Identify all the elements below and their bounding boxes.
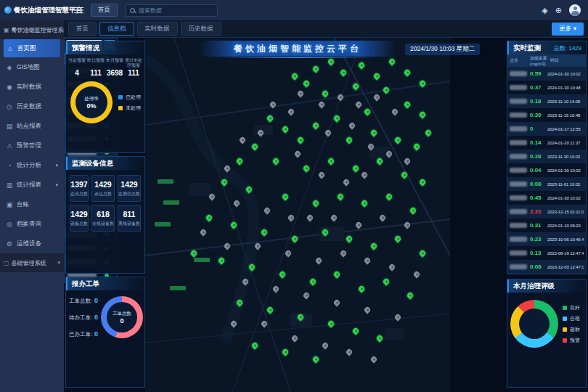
archive-icon: ◎ — [6, 221, 13, 228]
realtime-row[interactable]: 0.132022-08-19 12:47:43 — [507, 246, 586, 260]
company-name-blurred — [510, 71, 527, 76]
concentration-value: 0.04 — [530, 167, 546, 173]
realtime-row[interactable]: 0.182023-11-10 14:05 — [507, 94, 586, 108]
badge-icon[interactable]: ◈ — [542, 6, 547, 15]
stat-value: 811 — [118, 210, 140, 219]
tab-home[interactable]: 首页 — [68, 22, 97, 36]
sidebar-item-label: 档案查询 — [17, 220, 41, 229]
sidebar-item-ledger[interactable]: ▣台账 — [0, 195, 64, 214]
donut-center-label: 处理率 — [84, 96, 99, 102]
stat-label: 本月预警 — [105, 58, 124, 68]
sidebar-item-label: 运维设备 — [17, 240, 41, 248]
stat-label: 点位总数 — [92, 191, 114, 197]
concentration-value: 0.18 — [530, 98, 546, 105]
workorder-stat: 待办工单:0 — [69, 314, 98, 322]
legend-swatch — [118, 95, 123, 99]
reading-time: 2023-11-30 10:02 — [547, 155, 584, 159]
stat-value: 1397 — [70, 180, 88, 189]
topbar-tab-home[interactable]: 首页 — [91, 4, 118, 17]
sidebar-item-archive-query[interactable]: ◎档案查询 — [0, 214, 64, 234]
realtime-row[interactable]: 0.372024-01-30 10:48 — [507, 81, 586, 94]
map-canvas[interactable]: 餐饮油烟智能监控云平台 — [145, 38, 450, 392]
globe-icon[interactable]: ⊕ — [555, 6, 562, 15]
legend-swatch — [118, 106, 123, 110]
sidebar-item-gis-map[interactable]: ◈GIS地图 — [0, 57, 64, 77]
reading-time: 2024-01-30 10:02 — [547, 196, 584, 200]
stat-label: 昨日预警 — [86, 58, 105, 68]
map-label-blurred — [194, 258, 210, 262]
realtime-row[interactable]: 02024-01-17 12:55 — [507, 122, 586, 136]
sidebar-item-statistics-analysis[interactable]: ◔统计分析▾ — [0, 155, 64, 175]
app-root: 餐饮油烟管理智慧平台 首页 搜索数据 ◈ ⊕ ▣ 餐饮油烟监控管理系统 ▴ ⌂首… — [0, 0, 588, 392]
realtime-row[interactable]: 0.452024-01-30 10:02 — [507, 191, 586, 205]
stat-label: 离线设备数 — [118, 221, 140, 227]
reading-time: 2024-01-10 09:20 — [547, 224, 584, 228]
concentration-value: 0.08 — [530, 181, 546, 187]
device-stat: 1397企业总数 — [70, 175, 89, 202]
rating-panel-title: 本月治理评级 — [507, 279, 586, 293]
topbar-search[interactable]: 搜索数据 — [125, 4, 218, 17]
sidebar-item-maintenance-device[interactable]: ⚙运维设备 — [0, 234, 64, 253]
topbar-actions: ◈ ⊕ — [542, 4, 588, 16]
realtime-row[interactable]: 0.312024-01-10 09:20 — [507, 219, 586, 232]
realtime-monitor-panel: 实时监测 总数: 1429 企业 油烟浓度 (mg/m3) 时间 0.59202… — [507, 41, 587, 274]
sidebar-group-monitor-system[interactable]: ▣ 餐饮油烟监控管理系统 ▴ — [0, 20, 64, 39]
company-name-blurred — [510, 113, 527, 118]
realtime-row[interactable]: 2.222023-12-15 01:11:00 — [507, 205, 586, 219]
chevron-down-icon: ▾ — [55, 163, 58, 168]
menu-toggle-icon[interactable] — [74, 7, 83, 14]
stat-value: 0 — [94, 314, 98, 321]
legend-label: 未处理 — [126, 105, 141, 112]
stat-label: 当前预警 — [68, 58, 86, 68]
realtime-row[interactable]: 0.392023-11-15 10:48 — [507, 108, 586, 122]
legend-item: 预警 — [563, 337, 580, 344]
realtime-row[interactable]: 0.282023-11-30 10:02 — [507, 150, 586, 163]
company-name-blurred — [510, 126, 527, 131]
sidebar-item-site-report[interactable]: ▤站点报表 — [0, 116, 64, 136]
legend-item: 未处理 — [118, 105, 141, 112]
stat-label: 监测仪总数 — [118, 191, 140, 197]
legend-swatch — [563, 306, 567, 310]
company-name-blurred — [510, 195, 527, 200]
workorder-stat: 工单总数:0 — [69, 297, 98, 305]
user-avatar[interactable] — [569, 4, 581, 16]
sidebar-item-realtime-data[interactable]: ◉实时数据 — [0, 77, 64, 97]
stat-label: 已办工单: — [69, 331, 92, 338]
sidebar-item-label: 统计分析 — [17, 161, 41, 170]
concentration-value: 0.37 — [530, 84, 546, 91]
rating-panel: 本月治理评级 良好合格超标预警 — [507, 279, 587, 388]
legend-label: 已处理 — [126, 94, 141, 101]
company-name-blurred — [510, 154, 527, 159]
concentration-value: 0.23 — [530, 236, 546, 242]
realtime-row[interactable]: 0.592024-01-30 10:02 — [507, 67, 586, 81]
legend-label: 超标 — [570, 326, 580, 333]
device-stat: 811离线设备数 — [118, 205, 141, 232]
more-button[interactable]: 更多 ▾ — [552, 23, 584, 36]
realtime-row[interactable]: 0.142024-01-20 11:37 — [507, 136, 586, 150]
realtime-row[interactable]: 0.042024-01-30 10:02 — [507, 163, 586, 177]
topbar: 餐饮油烟管理智慧平台 首页 搜索数据 ◈ ⊕ — [0, 0, 588, 20]
tab-history[interactable]: 历史数据 — [181, 22, 221, 36]
app-logo-icon — [4, 7, 12, 14]
sidebar-item-alert-management[interactable]: ⚠预警管理 — [0, 136, 64, 155]
realtime-total-badge: 总数: 1429 — [554, 44, 581, 52]
realtime-row[interactable]: 0.082023-12-03 12:47:03 — [507, 260, 586, 274]
sidebar-item-home[interactable]: ⌂首页图 — [4, 39, 60, 57]
search-icon — [130, 8, 135, 13]
workorder-donut-chart: 工单总数 0 — [101, 296, 143, 338]
history-icon: ◷ — [6, 103, 13, 110]
company-name-blurred — [510, 237, 527, 242]
sidebar-item-statistics-report[interactable]: ▥统计报表▾ — [0, 175, 64, 195]
datetime-display: 2024/1/30 10:03 星期二 — [405, 44, 480, 55]
chevron-down-icon: ▾ — [57, 260, 60, 266]
brand: 餐饮油烟管理智慧平台 — [0, 6, 70, 15]
workorder-stats: 工单总数:0待办工单:0已办工单:0 — [69, 297, 98, 338]
realtime-row[interactable]: 0.082023-11-01 10:02 — [507, 177, 586, 191]
realtime-row[interactable]: 0.232023-10-06 10:46:43 — [507, 232, 586, 246]
tab-info[interactable]: 信息档 — [99, 22, 134, 36]
device-icon: ⚙ — [6, 240, 13, 248]
sidebar-item-history-data[interactable]: ◷历史数据 — [0, 97, 64, 116]
stat-value: 1429 — [70, 210, 88, 219]
sidebar-group-base-system[interactable]: ▢ 基础管理系统 ▾ — [0, 253, 64, 272]
tab-realtime[interactable]: 实时数据 — [137, 22, 178, 36]
